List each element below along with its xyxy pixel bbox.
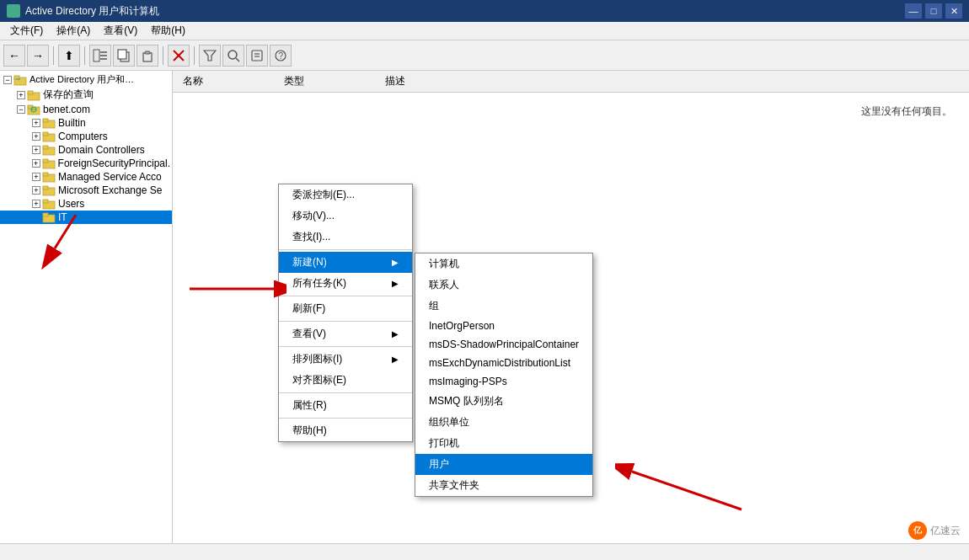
watermark: 亿 亿速云 <box>908 521 961 540</box>
menu-file[interactable]: 文件(F) <box>3 22 50 40</box>
users-label: Users <box>58 198 84 210</box>
it-label: IT <box>58 211 67 223</box>
ctx-new[interactable]: 新建(N) ▶ <box>279 252 412 273</box>
svg-rect-0 <box>94 50 99 61</box>
properties-button[interactable] <box>246 45 268 67</box>
computers-label: Computers <box>58 131 108 142</box>
search-button[interactable] <box>222 45 244 67</box>
expand-msa[interactable]: + <box>32 173 40 181</box>
expand-dc[interactable]: + <box>32 146 40 154</box>
svg-rect-30 <box>43 132 48 136</box>
svg-rect-5 <box>118 50 126 59</box>
ctx-sep-3 <box>279 321 412 322</box>
tree-item-dc[interactable]: + Domain Controllers <box>0 143 172 157</box>
column-headers: 名称 类型 描述 <box>173 71 969 93</box>
up-button[interactable]: ⬆ <box>58 45 80 67</box>
tree-item-msa[interactable]: + Managed Service Acco <box>0 170 172 184</box>
ctx-arrange-arrow: ▶ <box>392 355 399 364</box>
tree-item-users[interactable]: + Users <box>0 197 172 211</box>
expand-builtin[interactable]: + <box>32 119 40 127</box>
help-button[interactable]: ? <box>270 45 292 67</box>
col-header-name[interactable]: 名称 <box>176 72 277 90</box>
empty-message: 这里没有任何项目。 <box>861 104 952 119</box>
ctx-view[interactable]: 查看(V) ▶ <box>279 323 412 344</box>
expand-fsp[interactable]: + <box>32 159 40 168</box>
tree-item-it[interactable]: IT <box>0 211 172 224</box>
toolbar-sep-3 <box>163 46 163 65</box>
svg-rect-32 <box>43 146 48 149</box>
menu-help[interactable]: 帮助(H) <box>144 22 192 40</box>
col-header-type[interactable]: 类型 <box>277 72 378 90</box>
paste-button[interactable] <box>137 45 158 67</box>
tree-item-benet[interactable]: − benet.com <box>0 103 172 116</box>
new-msexchdyn[interactable]: msExchDynamicDistributionList <box>415 354 592 372</box>
copy-button[interactable] <box>113 45 135 67</box>
maximize-button[interactable]: □ <box>925 3 942 19</box>
tree-item-exchange[interactable]: + Microsoft Exchange Se <box>0 184 172 197</box>
expand-saved-queries[interactable]: + <box>17 91 25 99</box>
ctx-move[interactable]: 移动(V)... <box>279 205 412 227</box>
minimize-button[interactable]: — <box>905 3 922 19</box>
menu-view[interactable]: 查看(V) <box>97 22 144 40</box>
close-button[interactable]: ✕ <box>945 3 962 19</box>
new-ou[interactable]: 组织单位 <box>415 412 592 433</box>
ctx-delegate[interactable]: 委派控制(E)... <box>279 184 412 205</box>
tree-item-computers[interactable]: + Computers <box>0 130 172 143</box>
col-header-desc[interactable]: 描述 <box>378 72 547 90</box>
app-icon <box>7 4 20 18</box>
new-computer[interactable]: 计算机 <box>415 253 592 275</box>
filter-button[interactable] <box>199 45 221 67</box>
status-bar <box>0 543 969 560</box>
new-submenu[interactable]: 计算机 联系人 组 InetOrgPerson msDS-ShadowPrinc… <box>415 253 593 497</box>
svg-rect-36 <box>43 173 48 176</box>
tree-item-fsp[interactable]: + ForeignSecurityPrincipal. <box>0 157 172 170</box>
ctx-sep-5 <box>279 392 412 393</box>
ctx-align[interactable]: 对齐图标(E) <box>279 370 412 391</box>
new-msdsshadow[interactable]: msDS-ShadowPrincipalContainer <box>415 335 592 354</box>
exchange-label: Microsoft Exchange Se <box>58 184 162 196</box>
svg-rect-38 <box>43 186 48 189</box>
new-msmq[interactable]: MSMQ 队列别名 <box>415 391 592 412</box>
ctx-refresh[interactable]: 刷新(F) <box>279 298 412 319</box>
svg-rect-28 <box>43 119 48 122</box>
toolbar-sep-2 <box>84 46 85 65</box>
new-group[interactable]: 组 <box>415 296 592 317</box>
tree-item-builtin[interactable]: + Builtin <box>0 116 172 130</box>
tree-item-saved-queries[interactable]: + 保存的查询 <box>0 87 172 103</box>
context-menu[interactable]: 委派控制(E)... 移动(V)... 查找(I)... 新建(N) ▶ 所有任… <box>278 184 413 442</box>
ctx-alltasks-arrow: ▶ <box>392 279 399 288</box>
dc-label: Domain Controllers <box>58 144 145 156</box>
left-panel[interactable]: − Active Directory 用户和计算机 + 保存的查询 − <box>0 71 173 543</box>
menu-action[interactable]: 操作(A) <box>50 22 97 40</box>
ctx-props[interactable]: 属性(R) <box>279 395 412 416</box>
new-user[interactable]: 用户 <box>415 454 592 475</box>
new-printer[interactable]: 打印机 <box>415 433 592 454</box>
new-inetorgperson[interactable]: InetOrgPerson <box>415 317 592 335</box>
toolbar-sep-4 <box>194 46 195 65</box>
ctx-alltasks[interactable]: 所有任务(K) ▶ <box>279 273 412 294</box>
expand-benet[interactable]: − <box>17 105 25 114</box>
expand-exchange[interactable]: + <box>32 186 40 195</box>
svg-marker-10 <box>204 51 216 61</box>
delete-button[interactable] <box>168 45 190 67</box>
ctx-help[interactable]: 帮助(H) <box>279 420 412 441</box>
ctx-arrange[interactable]: 排列图标(I) ▶ <box>279 349 412 370</box>
expand-root[interactable]: − <box>3 76 12 84</box>
msa-label: Managed Service Acco <box>58 171 162 183</box>
svg-rect-7 <box>145 51 150 54</box>
ctx-sep-1 <box>279 249 412 250</box>
watermark-text: 亿速云 <box>930 524 961 538</box>
expand-users[interactable]: + <box>32 200 40 208</box>
root-label: Active Directory 用户和计算机 <box>29 73 139 86</box>
new-sharedfolder[interactable]: 共享文件夹 <box>415 475 592 496</box>
show-tree-button[interactable] <box>89 45 111 67</box>
tree-item-root[interactable]: − Active Directory 用户和计算机 <box>0 72 172 87</box>
benet-label: benet.com <box>43 104 90 115</box>
new-contact[interactable]: 联系人 <box>415 275 592 296</box>
expand-computers[interactable]: + <box>32 132 40 141</box>
ctx-find[interactable]: 查找(I)... <box>279 227 412 248</box>
back-button[interactable]: ← <box>3 45 25 67</box>
new-msimaging[interactable]: msImaging-PSPs <box>415 372 592 391</box>
forward-button[interactable]: → <box>27 45 49 67</box>
toolbar-sep-1 <box>53 46 54 65</box>
